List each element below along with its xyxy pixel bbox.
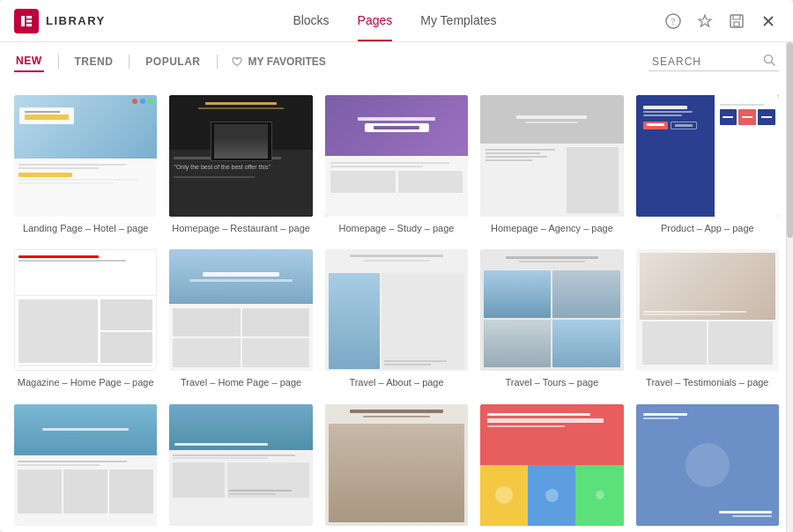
card-thumb-travel2-tell: PRO bbox=[169, 404, 312, 526]
card-travel2-tell[interactable]: PRO bbox=[169, 404, 312, 532]
filter-separator-2 bbox=[129, 55, 130, 69]
close-icon[interactable] bbox=[758, 11, 779, 32]
star-icon[interactable] bbox=[694, 11, 715, 32]
card-label-magazine: Magazine – Home Page – page bbox=[14, 376, 157, 389]
search-icon[interactable] bbox=[763, 54, 775, 69]
card-freelance[interactable]: PRO bbox=[480, 404, 623, 532]
card-label-app: Product – App – page bbox=[636, 222, 779, 235]
filter-popular[interactable]: POPULAR bbox=[144, 52, 202, 71]
filter-separator-1 bbox=[58, 55, 59, 69]
card-thumb-about-me: PRO bbox=[636, 404, 779, 526]
card-travel-testimonials[interactable]: PRO Travel – Te bbox=[636, 249, 779, 389]
card-travel-home[interactable]: PRO bbox=[169, 249, 312, 389]
header: LIBRARY Blocks Pages My Templates ? bbox=[0, 0, 793, 42]
search-area bbox=[648, 52, 779, 71]
card-grid-row-1: Landing Page – Hotel – page "Only the be… bbox=[14, 95, 779, 235]
scrollbar-thumb[interactable] bbox=[787, 42, 793, 238]
tab-pages[interactable]: Pages bbox=[358, 1, 393, 41]
card-thumb-agency bbox=[480, 95, 623, 217]
card-thumb-freelance: PRO bbox=[480, 404, 623, 526]
svg-rect-2 bbox=[26, 19, 32, 22]
svg-rect-0 bbox=[21, 16, 25, 26]
tab-blocks[interactable]: Blocks bbox=[293, 1, 329, 41]
svg-rect-1 bbox=[26, 16, 32, 18]
nav-tabs: Blocks Pages My Templates bbox=[127, 1, 663, 41]
card-thumb-travel-tours: PRO bbox=[480, 249, 623, 371]
filter-new[interactable]: NEW bbox=[14, 51, 44, 72]
scrollbar-track bbox=[786, 42, 793, 532]
logo-area: LIBRARY bbox=[14, 9, 106, 33]
card-label-agency: Homepage – Agency – page bbox=[480, 222, 623, 235]
search-input[interactable] bbox=[652, 55, 758, 68]
card-thumb-travel2-camino: PRO bbox=[14, 404, 157, 526]
favorites-label: MY FAVORITES bbox=[248, 55, 326, 68]
card-thumb-travel-testimonials: PRO bbox=[636, 249, 779, 371]
tab-my-templates[interactable]: My Templates bbox=[420, 1, 496, 41]
card-thumb-travel-about: PRO bbox=[325, 249, 468, 371]
favorites-button[interactable]: MY FAVORITES bbox=[232, 55, 326, 68]
svg-rect-6 bbox=[730, 15, 743, 27]
card-thumb-travel-home: PRO bbox=[169, 249, 312, 371]
filter-separator-3 bbox=[217, 55, 218, 69]
card-label-restaurant: Homepage – Restaurant – page bbox=[169, 222, 312, 235]
card-thumb-hotel bbox=[14, 95, 157, 217]
card-app[interactable]: Product – App – page bbox=[636, 95, 779, 235]
help-icon[interactable]: ? bbox=[663, 11, 684, 32]
elementor-logo-icon bbox=[14, 9, 39, 33]
card-label-travel-home: Travel – Home Page – page bbox=[169, 376, 312, 389]
card-study[interactable]: Homepage – Study – page bbox=[325, 95, 468, 235]
card-label-travel-about: Travel – About – page bbox=[325, 376, 468, 389]
save-icon[interactable] bbox=[726, 11, 747, 32]
card-travel2-camino[interactable]: PRO Travel – Camino – page bbox=[14, 404, 157, 532]
card-thumb-app bbox=[636, 95, 779, 217]
card-label-study: Homepage – Study – page bbox=[325, 222, 468, 235]
card-label-travel-tours: Travel – Tours – page bbox=[480, 376, 623, 389]
card-thumb-study bbox=[325, 95, 468, 217]
card-grid-row-3: PRO Travel – Camino – page bbox=[14, 404, 779, 532]
card-magazine[interactable]: Magazine – Home Page – page bbox=[14, 249, 157, 389]
header-actions: ? bbox=[663, 11, 779, 32]
library-title: LIBRARY bbox=[46, 14, 106, 27]
card-grid-row-2: Magazine – Home Page – page PRO bbox=[14, 249, 779, 389]
svg-text:?: ? bbox=[671, 17, 676, 26]
library-modal: LIBRARY Blocks Pages My Templates ? bbox=[0, 0, 793, 532]
card-restaurant[interactable]: "Only the best of the best offer this" H… bbox=[169, 95, 312, 235]
card-travel-about[interactable]: PRO bbox=[325, 249, 468, 389]
svg-rect-3 bbox=[26, 24, 32, 26]
card-agency[interactable]: Homepage – Agency – page bbox=[480, 95, 623, 235]
card-about-me[interactable]: PRO About Me – page bbox=[636, 404, 779, 532]
svg-line-11 bbox=[772, 63, 775, 66]
card-travel2-here[interactable]: PRO Travel – He bbox=[325, 404, 468, 532]
content-area: Landing Page – Hotel – page "Only the be… bbox=[0, 81, 793, 532]
card-thumb-restaurant: "Only the best of the best offer this" bbox=[169, 95, 312, 217]
card-label-travel-testimonials: Travel – Testimonials – page bbox=[636, 376, 779, 389]
subheader: NEW TREND POPULAR MY FAVORITES bbox=[0, 42, 793, 81]
card-thumb-travel2-here: PRO bbox=[325, 404, 468, 526]
card-label-hotel: Landing Page – Hotel – page bbox=[14, 222, 157, 235]
card-travel-tours[interactable]: PRO Travel – Tours bbox=[480, 249, 623, 389]
card-hotel[interactable]: Landing Page – Hotel – page bbox=[14, 95, 157, 235]
filter-trend[interactable]: TREND bbox=[73, 52, 115, 71]
svg-rect-7 bbox=[734, 22, 739, 26]
card-thumb-magazine bbox=[14, 249, 157, 371]
